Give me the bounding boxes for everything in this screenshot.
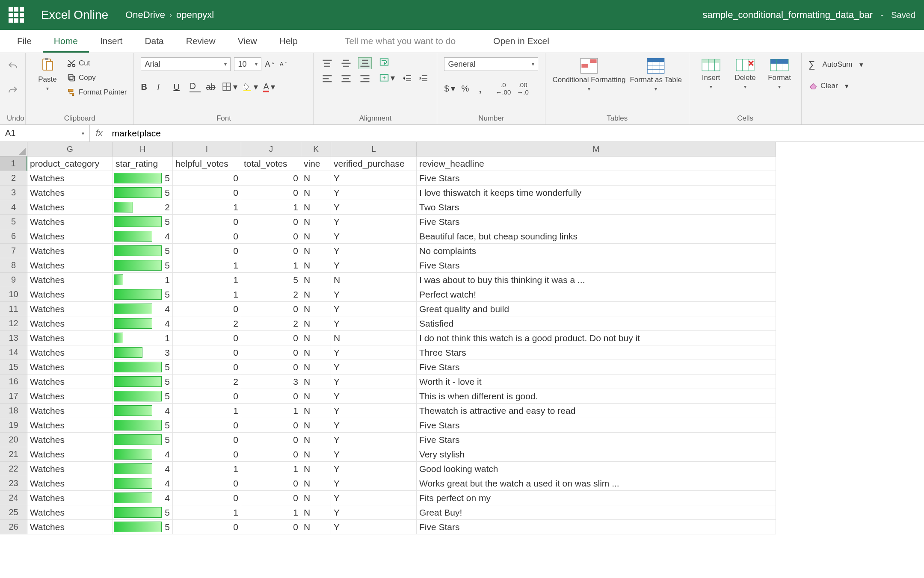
cell[interactable]: 5 — [113, 215, 173, 229]
cell[interactable]: Five Stars — [417, 171, 776, 186]
tab-data[interactable]: Data — [133, 30, 175, 53]
cell[interactable]: 5 — [113, 244, 173, 258]
cell[interactable]: 2 — [241, 316, 301, 331]
cell[interactable]: N — [301, 375, 331, 389]
cell[interactable]: 5 — [113, 418, 173, 433]
row-header[interactable]: 21 — [0, 447, 27, 462]
tab-help[interactable]: Help — [268, 30, 309, 53]
row-header[interactable]: 6 — [0, 229, 27, 244]
cell[interactable]: 5 — [113, 433, 173, 447]
open-in-excel-button[interactable]: Open in Excel — [483, 30, 560, 53]
cell[interactable]: N — [301, 316, 331, 331]
cell[interactable]: This is when different is good. — [417, 389, 776, 404]
cell[interactable]: Five Stars — [417, 360, 776, 375]
cell[interactable]: 0 — [241, 476, 301, 491]
cell[interactable]: Watches — [27, 360, 113, 375]
cell[interactable]: Watches — [27, 433, 113, 447]
cell[interactable]: Watches — [27, 491, 113, 505]
cell[interactable]: 0 — [241, 360, 301, 375]
row-header[interactable]: 2 — [0, 171, 27, 186]
cell[interactable]: Y — [331, 404, 417, 418]
cell[interactable]: vine — [301, 156, 331, 171]
fx-icon[interactable]: fx — [90, 128, 109, 138]
align-middle-button[interactable] — [339, 57, 353, 69]
cell[interactable]: 0 — [241, 447, 301, 462]
row-header[interactable]: 24 — [0, 491, 27, 505]
select-all-corner[interactable] — [0, 142, 27, 156]
breadcrumb-item[interactable]: OneDrive — [125, 9, 165, 21]
breadcrumb-item[interactable]: openpyxl — [176, 9, 214, 21]
align-top-button[interactable] — [320, 57, 334, 69]
cell[interactable]: review_headline — [417, 156, 776, 171]
cell[interactable]: Y — [331, 447, 417, 462]
cell[interactable]: 5 — [113, 389, 173, 404]
cell[interactable]: Y — [331, 345, 417, 360]
cell[interactable]: N — [301, 258, 331, 273]
cell[interactable]: Two Stars — [417, 200, 776, 215]
cell[interactable]: Great quality and build — [417, 302, 776, 316]
cell[interactable]: Y — [331, 375, 417, 389]
cell[interactable]: Y — [331, 258, 417, 273]
cell[interactable]: 1 — [173, 200, 241, 215]
cell[interactable]: 0 — [173, 476, 241, 491]
cell[interactable]: Watches — [27, 200, 113, 215]
cell[interactable]: 5 — [113, 505, 173, 520]
cell[interactable]: Y — [331, 186, 417, 200]
cell[interactable]: Three Stars — [417, 345, 776, 360]
cell[interactable]: I love thiswatch it keeps time wonderful… — [417, 186, 776, 200]
row-header[interactable]: 12 — [0, 316, 27, 331]
row-header[interactable]: 16 — [0, 375, 27, 389]
cell[interactable]: N — [301, 404, 331, 418]
cell[interactable]: 1 — [113, 273, 173, 287]
format-painter-button[interactable]: Format Painter — [67, 86, 127, 98]
strikethrough-button[interactable]: ab — [206, 82, 217, 92]
cell[interactable]: 2 — [173, 375, 241, 389]
copy-button[interactable]: Copy — [67, 72, 127, 84]
cell[interactable]: 0 — [241, 215, 301, 229]
cell[interactable]: 0 — [173, 360, 241, 375]
cell[interactable]: 1 — [241, 258, 301, 273]
cell[interactable]: Five Stars — [417, 433, 776, 447]
cell[interactable]: 0 — [241, 389, 301, 404]
cell[interactable]: Y — [331, 418, 417, 433]
align-center-button[interactable] — [339, 73, 353, 85]
cell[interactable]: N — [301, 200, 331, 215]
column-header[interactable]: L — [331, 142, 417, 156]
cell[interactable]: 4 — [113, 229, 173, 244]
row-header[interactable]: 3 — [0, 186, 27, 200]
column-header[interactable]: M — [417, 142, 776, 156]
row-header[interactable]: 1 — [0, 156, 27, 171]
bold-button[interactable]: B — [141, 82, 152, 92]
cell[interactable]: 0 — [173, 418, 241, 433]
comma-format-button[interactable]: , — [478, 82, 489, 95]
font-name-combo[interactable]: Arial▾ — [141, 57, 231, 71]
cell[interactable]: 4 — [113, 447, 173, 462]
cell[interactable]: Y — [331, 476, 417, 491]
cell[interactable]: 0 — [241, 229, 301, 244]
cell[interactable]: Y — [331, 316, 417, 331]
cell[interactable]: 1 — [173, 273, 241, 287]
cell[interactable]: 4 — [113, 476, 173, 491]
cell[interactable]: Y — [331, 360, 417, 375]
cell[interactable]: Watches — [27, 273, 113, 287]
cell[interactable]: Watches — [27, 244, 113, 258]
cell[interactable]: Thewatch is attractive and easy to read — [417, 404, 776, 418]
autosum-button[interactable]: ∑ AutoSum ▾ — [808, 57, 863, 72]
cell[interactable]: 5 — [113, 186, 173, 200]
cell[interactable]: Y — [331, 389, 417, 404]
row-header[interactable]: 17 — [0, 389, 27, 404]
cell[interactable]: N — [301, 244, 331, 258]
decrease-decimal-button[interactable]: .00→.0 — [517, 81, 529, 96]
cell[interactable]: Watches — [27, 375, 113, 389]
cell[interactable]: Satisfied — [417, 316, 776, 331]
cell[interactable]: 4 — [113, 462, 173, 476]
cell[interactable]: 1 — [241, 505, 301, 520]
accounting-format-button[interactable]: $ ▾ — [444, 83, 455, 94]
column-header[interactable]: G — [27, 142, 113, 156]
cell[interactable]: N — [301, 186, 331, 200]
cell[interactable]: 1 — [173, 404, 241, 418]
cell[interactable]: Watches — [27, 418, 113, 433]
cell[interactable]: 4 — [113, 404, 173, 418]
cell[interactable]: Fits perfect on my — [417, 491, 776, 505]
cell[interactable]: Watches — [27, 389, 113, 404]
